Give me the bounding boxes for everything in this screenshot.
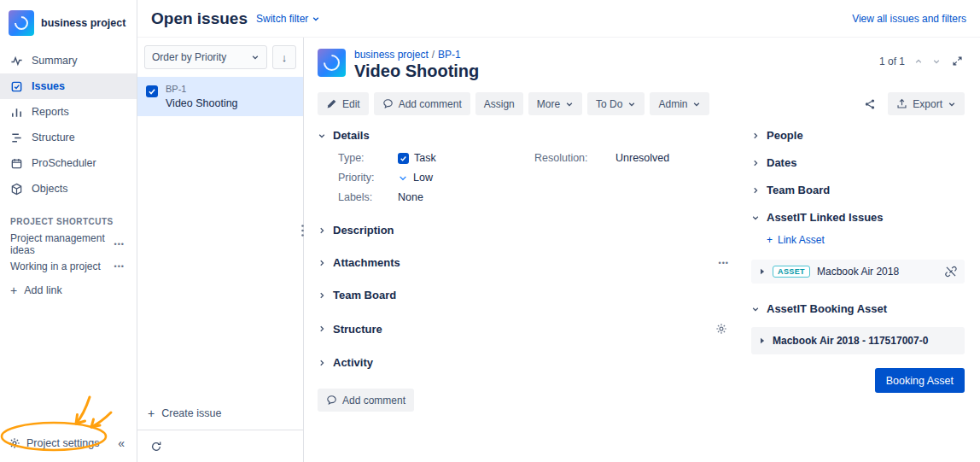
breadcrumb-issue-link[interactable]: BP-1 (438, 49, 461, 61)
list-controls: Order by Priority ↓ (137, 38, 303, 77)
chevron-right-icon (318, 325, 326, 333)
issue-checkbox[interactable] (146, 85, 158, 97)
issue-summary: Video Shooting (166, 97, 238, 109)
booking-asset-button[interactable]: Booking Asset (875, 368, 965, 393)
export-button[interactable]: Export (888, 92, 965, 115)
caret-right-icon (759, 268, 766, 275)
admin-dropdown-button[interactable]: Admin (650, 92, 709, 115)
details-fields: Type: Task Resolution: Unresolved Priori… (338, 152, 729, 203)
booking-asset-row[interactable]: Macbook Air 2018 - 117517007-0 (751, 327, 965, 354)
sidebar-item-label: ProScheduler (32, 157, 96, 169)
switch-filter-link[interactable]: Switch filter (256, 13, 320, 25)
linked-asset-row[interactable]: ASSET Macbook Air 2018 (751, 260, 965, 284)
more-icon[interactable]: ••• (114, 240, 125, 249)
add-comment-label: Add comment (342, 395, 405, 406)
unlink-icon[interactable] (945, 266, 957, 278)
more-icon[interactable]: ••• (114, 262, 125, 271)
sidebar-item-label: Structure (32, 132, 75, 143)
sidebar-item-proscheduler[interactable]: ProScheduler (0, 150, 137, 176)
summary-icon (10, 55, 23, 67)
sidebar-item-issues[interactable]: Issues (0, 73, 137, 99)
section-heading: Activity (333, 356, 373, 369)
section-heading: Attachments (333, 256, 400, 269)
sidebar-item-reports[interactable]: Reports (0, 99, 137, 125)
issue-list-item[interactable]: BP-1 Video Shooting (137, 77, 303, 116)
calendar-icon (10, 157, 23, 170)
issue-toolbar: Edit Add comment Assign More To Do (318, 92, 965, 115)
shortcuts-header: PROJECT SHORTCUTS (0, 202, 137, 233)
expand-icon[interactable] (950, 54, 965, 68)
shortcut-item[interactable]: Working in a project ••• (0, 255, 137, 278)
sidebar-item-objects[interactable]: Objects (0, 176, 137, 202)
sidebar-item-structure[interactable]: Structure (0, 125, 137, 150)
order-by-select[interactable]: Order by Priority (144, 45, 267, 69)
field-value-type: Task (398, 152, 534, 164)
chevron-right-icon (751, 132, 760, 140)
page-header: Open issues Switch filter View all issue… (137, 0, 980, 37)
pager-count: 1 of 1 (879, 56, 905, 67)
chevron-up-icon[interactable] (914, 57, 923, 66)
issue-header: business project / BP-1 Video Shooting 1… (318, 49, 965, 81)
section-attachments[interactable]: Attachments (318, 256, 400, 269)
section-activity[interactable]: Activity (318, 356, 373, 369)
section-team-board[interactable]: Team Board (318, 289, 396, 301)
status-dropdown-button[interactable]: To Do (587, 92, 645, 115)
chevron-down-icon[interactable] (932, 57, 941, 66)
shortcut-item[interactable]: Project management ideas ••• (0, 233, 137, 255)
link-asset-button[interactable]: + Link Asset (767, 234, 965, 246)
project-sidebar: business project Summary Issues Reports … (0, 0, 137, 462)
assign-button[interactable]: Assign (475, 92, 523, 115)
cube-icon (10, 183, 23, 196)
section-team-board-right[interactable]: Team Board (751, 184, 965, 196)
order-by-value: Order by Priority (152, 51, 226, 63)
chevron-down-icon (751, 305, 760, 313)
field-label: Priority: (338, 172, 398, 184)
section-details[interactable]: Details (318, 129, 729, 142)
section-dates[interactable]: Dates (751, 156, 965, 169)
section-structure[interactable]: Structure (318, 323, 382, 336)
list-footer (137, 430, 303, 462)
add-comment-button[interactable]: Add comment (374, 92, 470, 115)
more-menu-button[interactable]: More (528, 92, 582, 115)
issue-title-block: business project / BP-1 Video Shooting (354, 49, 479, 81)
comment-icon (382, 98, 394, 109)
project-settings-button[interactable]: Project settings (9, 437, 99, 449)
edit-button[interactable]: Edit (318, 92, 369, 115)
add-comment-label: Add comment (399, 98, 462, 110)
link-asset-label: Link Asset (778, 234, 825, 246)
structure-settings-gear-icon[interactable] (714, 321, 729, 336)
add-link-button[interactable]: + Add link (0, 278, 137, 303)
plus-icon: + (767, 234, 773, 246)
section-description[interactable]: Description (318, 224, 394, 237)
chevron-down-icon (565, 100, 574, 108)
pane-drag-handle[interactable] (300, 224, 305, 237)
shortcut-label: Working in a project (10, 260, 101, 272)
breadcrumb-project-link[interactable]: business project (354, 49, 429, 61)
view-all-filters-link[interactable]: View all issues and filters (852, 13, 966, 25)
chevron-right-icon (751, 186, 760, 195)
collapse-sidebar-button[interactable]: « (118, 436, 125, 450)
chevron-down-icon (318, 132, 326, 140)
add-link-label: Add link (24, 284, 61, 296)
section-assetit-booking-asset[interactable]: AssetIT Booking Asset (751, 302, 965, 315)
section-people[interactable]: People (751, 129, 965, 142)
sidebar-item-summary[interactable]: Summary (0, 48, 137, 73)
share-icon[interactable] (862, 96, 878, 112)
refresh-icon[interactable] (149, 439, 164, 454)
create-issue-label: Create issue (161, 407, 221, 419)
chevron-down-icon (251, 53, 260, 61)
section-heading: AssetIT Booking Asset (767, 302, 887, 315)
switch-filter-label: Switch filter (256, 13, 308, 25)
field-value-priority: Low (398, 172, 534, 184)
section-heading: Structure (333, 323, 382, 336)
chevron-down-icon (312, 15, 320, 23)
section-assetit-linked-issues[interactable]: AssetIT Linked Issues (751, 211, 965, 224)
priority-value-text: Low (413, 172, 433, 184)
add-comment-bottom-button[interactable]: Add comment (318, 389, 414, 412)
comment-icon (326, 395, 337, 406)
create-issue-button[interactable]: + Create issue (137, 397, 303, 430)
attachments-more-icon[interactable]: ••• (719, 259, 729, 267)
issue-key: BP-1 (166, 84, 238, 94)
sort-direction-button[interactable]: ↓ (272, 45, 296, 69)
issue-detail-panel: business project / BP-1 Video Shooting 1… (304, 38, 980, 462)
